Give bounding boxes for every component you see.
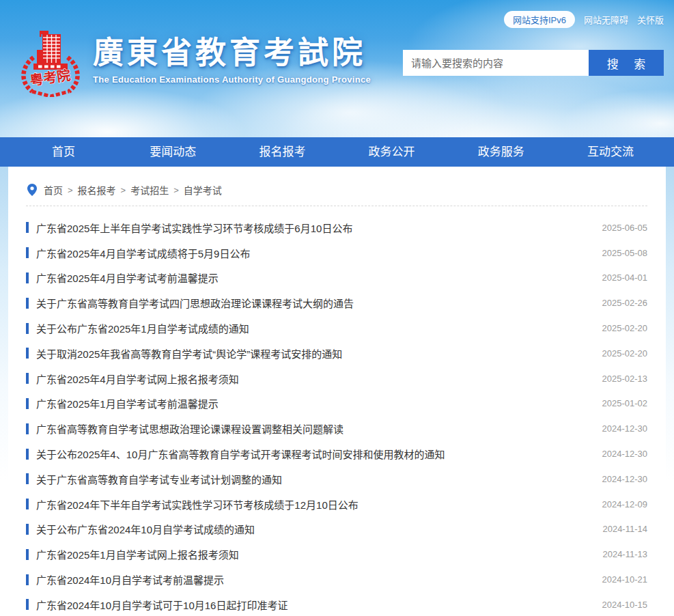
news-date: 2024-10-21 [602, 574, 648, 585]
news-title-link[interactable]: 广东省2025年上半年自学考试实践性学习环节考核成绩于6月10日公布 [36, 221, 589, 235]
news-row: 广东省2024年10月自学考试可于10月16日起打印准考证 2024-10-15 [26, 592, 647, 616]
news-row: 关于公布2025年4、10月广东省高等教育自学考试开考课程考试时间安排和使用教材… [26, 441, 647, 466]
nav-item[interactable]: 政务服务 [447, 137, 556, 167]
news-title-link[interactable]: 广东省2025年1月自学考试网上报名报考须知 [36, 547, 589, 561]
news-row: 广东省2024年下半年自学考试实践性学习环节考核成绩于12月10日公布 2024… [26, 492, 647, 517]
news-title-link[interactable]: 关于广东省高等教育自学考试专业考试计划调整的通知 [36, 472, 589, 486]
news-row: 广东省2024年10月自学考试考前温馨提示 2024-10-21 [26, 567, 647, 592]
breadcrumb: 首页>报名报考>考试招生>自学考试 [26, 182, 647, 206]
sky-header: 网站支持IPv6 网站无障碍 关怀版 [0, 0, 674, 137]
news-date: 2025-05-08 [602, 248, 648, 258]
news-title-link[interactable]: 广东省2025年4月自学考试网上报名报考须知 [36, 372, 589, 386]
breadcrumb-separator: > [173, 185, 179, 195]
news-title-link[interactable]: 广东省2025年1月自学考试考前温馨提示 [36, 396, 589, 410]
news-row: 广东省2025年4月自学考试成绩将于5月9日公布 2025-05-08 [26, 240, 647, 266]
news-title-link[interactable]: 关于广东省高等教育自学考试四门思想政治理论课课程考试大纲的通告 [36, 296, 589, 310]
bullet-bar-icon [26, 323, 29, 334]
breadcrumb-separator: > [68, 185, 73, 195]
news-row: 广东省高等教育自学考试思想政治理论课课程设置调整相关问题解读 2024-12-3… [26, 416, 647, 441]
breadcrumb-list: 首页>报名报考>考试招生>自学考试 [44, 183, 222, 197]
bullet-bar-icon [26, 398, 29, 409]
news-row: 广东省2025年1月自学考试考前温馨提示 2025-01-02 [26, 391, 647, 417]
breadcrumb-divider [26, 206, 647, 206]
agency-emblem-icon: 粤考院 [19, 29, 82, 97]
nav-item[interactable]: 要闻动态 [118, 137, 227, 167]
nav-item[interactable]: 报名报考 [227, 137, 337, 167]
nav-item[interactable]: 政务公开 [337, 137, 447, 167]
site-subtitle: The Education Examinations Authority of … [93, 74, 371, 85]
news-title-link[interactable]: 广东省2024年10月自学考试可于10月16日起打印准考证 [36, 598, 589, 612]
bullet-bar-icon [26, 373, 29, 384]
care-version-link[interactable]: 关怀版 [637, 13, 664, 26]
bullet-bar-icon [26, 272, 29, 283]
bullet-bar-icon [26, 524, 29, 535]
news-title-link[interactable]: 广东省2025年4月自学考试成绩将于5月9日公布 [36, 246, 589, 260]
site-brand[interactable]: 粤考院 廣東省教育考試院 The Education Examinations … [19, 29, 371, 97]
bullet-bar-icon [26, 549, 29, 560]
news-row: 广东省2025年4月自学考试网上报名报考须知 2025-02-13 [26, 366, 647, 391]
news-date: 2024-11-14 [602, 524, 647, 534]
news-title-link[interactable]: 关于取消2025年我省高等教育自学考试“舆论学”课程考试安排的通知 [36, 346, 589, 361]
bullet-bar-icon [26, 599, 29, 610]
news-title-link[interactable]: 广东省2024年10月自学考试考前温馨提示 [36, 572, 589, 587]
news-row: 关于广东省高等教育自学考试四门思想政治理论课课程考试大纲的通告 2025-02-… [26, 290, 647, 316]
breadcrumb-item[interactable]: 自学考试 [184, 183, 222, 197]
bullet-bar-icon [26, 449, 29, 460]
news-row: 关于公布广东省2025年1月自学考试成绩的通知 2025-02-20 [26, 316, 647, 341]
news-list: 广东省2025年上半年自学考试实践性学习环节考核成绩于6月10日公布 2025-… [26, 215, 647, 616]
bullet-bar-icon [26, 222, 29, 233]
news-date: 2024-12-30 [602, 449, 648, 459]
bullet-bar-icon [26, 499, 29, 509]
news-date: 2024-12-09 [602, 499, 648, 509]
content-background: 首页>报名报考>考试招生>自学考试 广东省2025年上半年自学考试实践性学习环节… [0, 167, 674, 616]
news-date: 2024-12-30 [602, 474, 648, 484]
news-title-link[interactable]: 关于公布2025年4、10月广东省高等教育自学考试开考课程考试时间安排和使用教材… [36, 447, 589, 461]
news-title-link[interactable]: 广东省高等教育自学考试思想政治理论课课程设置调整相关问题解读 [36, 421, 589, 436]
breadcrumb-item[interactable]: 考试招生 [130, 183, 169, 197]
news-row: 关于广东省高等教育自学考试专业考试计划调整的通知 2024-12-30 [26, 466, 647, 492]
news-title-link[interactable]: 关于公布广东省2025年1月自学考试成绩的通知 [36, 321, 589, 335]
news-row: 广东省2025年4月自学考试考前温馨提示 2025-04-01 [26, 266, 647, 291]
search-input[interactable] [403, 50, 589, 76]
news-date: 2024-10-15 [602, 600, 648, 610]
news-date: 2025-04-01 [602, 272, 648, 283]
breadcrumb-item[interactable]: 报名报考 [78, 183, 116, 197]
search-button[interactable]: 搜 索 [589, 50, 664, 76]
bullet-bar-icon [26, 298, 29, 309]
nav-item[interactable]: 互动交流 [556, 137, 665, 167]
news-title-link[interactable]: 广东省2025年4月自学考试考前温馨提示 [36, 270, 589, 285]
news-date: 2025-02-20 [602, 323, 648, 333]
breadcrumb-separator: > [121, 185, 126, 195]
ipv6-badge[interactable]: 网站支持IPv6 [504, 11, 575, 28]
location-pin-icon [27, 184, 37, 196]
news-date: 2025-02-13 [602, 374, 648, 384]
news-title-link[interactable]: 关于公布广东省2024年10月自学考试成绩的通知 [36, 522, 589, 536]
bullet-bar-icon [26, 348, 29, 359]
top-utility-links: 网站支持IPv6 网站无障碍 关怀版 [504, 11, 664, 28]
search-box: 搜 索 [403, 50, 664, 76]
news-date: 2025-01-02 [602, 398, 648, 408]
accessibility-link[interactable]: 网站无障碍 [584, 13, 628, 26]
news-row: 关于公布广东省2024年10月自学考试成绩的通知 2024-11-14 [26, 517, 647, 542]
main-panel: 首页>报名报考>考试招生>自学考试 广东省2025年上半年自学考试实践性学习环节… [8, 167, 666, 616]
emblem-text: 粤考院 [29, 67, 72, 88]
news-date: 2025-02-20 [602, 348, 648, 359]
bullet-bar-icon [26, 247, 29, 258]
news-title-link[interactable]: 广东省2024年下半年自学考试实践性学习环节考核成绩于12月10日公布 [36, 497, 589, 512]
news-row: 关于取消2025年我省高等教育自学考试“舆论学”课程考试安排的通知 2025-0… [26, 341, 647, 366]
news-date: 2024-12-30 [602, 423, 648, 434]
breadcrumb-item[interactable]: 首页 [44, 183, 63, 197]
main-navbar: 首页要闻动态报名报考政务公开政务服务互动交流 [0, 137, 674, 167]
news-date: 2025-02-26 [602, 298, 648, 308]
brand-text: 廣東省教育考試院 The Education Examinations Auth… [93, 29, 371, 85]
nav-item[interactable]: 首页 [9, 137, 118, 167]
bullet-bar-icon [26, 574, 29, 585]
news-date: 2025-06-05 [602, 223, 648, 233]
news-row: 广东省2025年1月自学考试网上报名报考须知 2024-11-13 [26, 542, 647, 567]
news-row: 广东省2025年上半年自学考试实践性学习环节考核成绩于6月10日公布 2025-… [26, 215, 647, 240]
bullet-bar-icon [26, 473, 29, 484]
news-date: 2024-11-13 [602, 549, 647, 559]
bullet-bar-icon [26, 423, 29, 434]
site-title: 廣東省教育考試院 [93, 36, 371, 71]
